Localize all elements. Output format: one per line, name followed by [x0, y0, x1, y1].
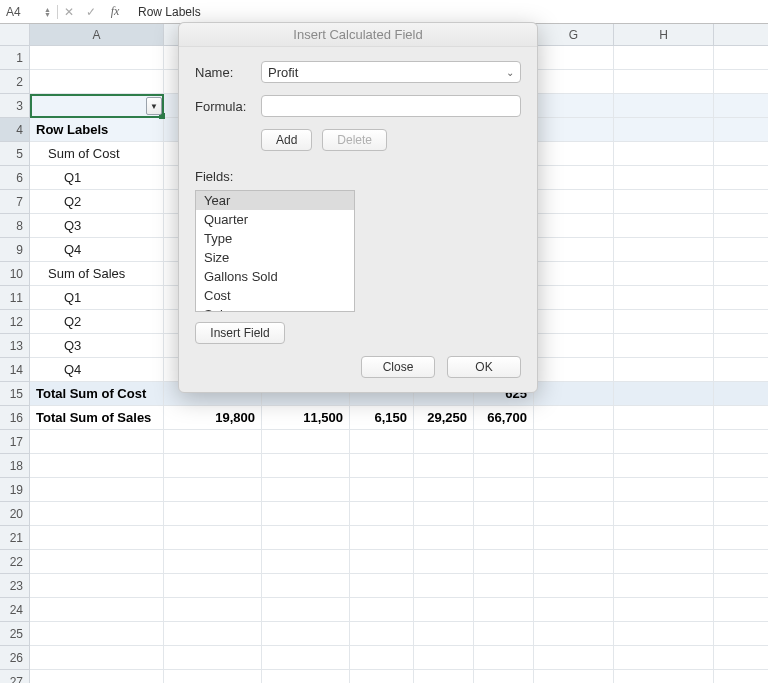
cell-H2[interactable] [614, 70, 714, 94]
cell-3[interactable] [714, 94, 768, 118]
cell-16[interactable] [714, 406, 768, 430]
cell-G11[interactable] [534, 286, 614, 310]
row-header-18[interactable]: 18 [0, 454, 30, 478]
cell-G21[interactable] [534, 526, 614, 550]
add-button[interactable]: Add [261, 129, 312, 151]
insert-field-button[interactable]: Insert Field [195, 322, 285, 344]
cell-6[interactable] [714, 166, 768, 190]
cell-A8[interactable]: Q3 [30, 214, 164, 238]
cell-G20[interactable] [534, 502, 614, 526]
cell-22[interactable] [714, 550, 768, 574]
cell-G7[interactable] [534, 190, 614, 214]
cell-H1[interactable] [614, 46, 714, 70]
cell-A24[interactable] [30, 598, 164, 622]
row-header-26[interactable]: 26 [0, 646, 30, 670]
cell-G5[interactable] [534, 142, 614, 166]
cell-G13[interactable] [534, 334, 614, 358]
row-header-10[interactable]: 10 [0, 262, 30, 286]
cell-G8[interactable] [534, 214, 614, 238]
cell-15[interactable] [714, 382, 768, 406]
cell-H15[interactable] [614, 382, 714, 406]
cell-25[interactable] [714, 622, 768, 646]
cell-B20[interactable] [164, 502, 262, 526]
column-header-G[interactable]: G [534, 24, 614, 46]
cell-B17[interactable] [164, 430, 262, 454]
cell-E19[interactable] [414, 478, 474, 502]
cell-B21[interactable] [164, 526, 262, 550]
row-header-11[interactable]: 11 [0, 286, 30, 310]
cell-G19[interactable] [534, 478, 614, 502]
cell-G26[interactable] [534, 646, 614, 670]
row-header-5[interactable]: 5 [0, 142, 30, 166]
row-header-27[interactable]: 27 [0, 670, 30, 683]
cell-C27[interactable] [262, 670, 350, 683]
cell-E27[interactable] [414, 670, 474, 683]
select-all-corner[interactable] [0, 24, 30, 46]
row-header-17[interactable]: 17 [0, 430, 30, 454]
cell-C17[interactable] [262, 430, 350, 454]
column-header-extra[interactable] [714, 24, 768, 46]
cell-G2[interactable] [534, 70, 614, 94]
cell-G4[interactable] [534, 118, 614, 142]
row-header-6[interactable]: 6 [0, 166, 30, 190]
cell-12[interactable] [714, 310, 768, 334]
row-header-24[interactable]: 24 [0, 598, 30, 622]
cell-H22[interactable] [614, 550, 714, 574]
row-header-23[interactable]: 23 [0, 574, 30, 598]
cell-8[interactable] [714, 214, 768, 238]
row-header-21[interactable]: 21 [0, 526, 30, 550]
cell-A19[interactable] [30, 478, 164, 502]
cell-H26[interactable] [614, 646, 714, 670]
cell-23[interactable] [714, 574, 768, 598]
cell-H11[interactable] [614, 286, 714, 310]
cell-F22[interactable] [474, 550, 534, 574]
row-header-7[interactable]: 7 [0, 190, 30, 214]
cell-F16[interactable]: 66,700 [474, 406, 534, 430]
cell-A5[interactable]: Sum of Cost [30, 142, 164, 166]
cell-E26[interactable] [414, 646, 474, 670]
cell-21[interactable] [714, 526, 768, 550]
cell-A15[interactable]: Total Sum of Cost [30, 382, 164, 406]
cell-A21[interactable] [30, 526, 164, 550]
cell-D22[interactable] [350, 550, 414, 574]
cell-E18[interactable] [414, 454, 474, 478]
row-header-13[interactable]: 13 [0, 334, 30, 358]
row-header-8[interactable]: 8 [0, 214, 30, 238]
cell-C22[interactable] [262, 550, 350, 574]
cell-19[interactable] [714, 478, 768, 502]
row-header-3[interactable]: 3 [0, 94, 30, 118]
cell-24[interactable] [714, 598, 768, 622]
fields-item-type[interactable]: Type [196, 229, 354, 248]
cell-A6[interactable]: Q1 [30, 166, 164, 190]
cell-E17[interactable] [414, 430, 474, 454]
cell-A23[interactable] [30, 574, 164, 598]
cell-G23[interactable] [534, 574, 614, 598]
cell-5[interactable] [714, 142, 768, 166]
cell-A20[interactable] [30, 502, 164, 526]
row-header-12[interactable]: 12 [0, 310, 30, 334]
cell-A14[interactable]: Q4 [30, 358, 164, 382]
cell-H10[interactable] [614, 262, 714, 286]
cell-D24[interactable] [350, 598, 414, 622]
fields-item-sales[interactable]: Sales [196, 305, 354, 312]
cell-G10[interactable] [534, 262, 614, 286]
filter-dropdown-button[interactable]: ▼ [146, 97, 162, 115]
cell-H3[interactable] [614, 94, 714, 118]
cell-G14[interactable] [534, 358, 614, 382]
cell-F25[interactable] [474, 622, 534, 646]
row-header-1[interactable]: 1 [0, 46, 30, 70]
cell-A7[interactable]: Q2 [30, 190, 164, 214]
cell-C23[interactable] [262, 574, 350, 598]
cell-C21[interactable] [262, 526, 350, 550]
row-header-16[interactable]: 16 [0, 406, 30, 430]
fields-item-size[interactable]: Size [196, 248, 354, 267]
cell-A17[interactable] [30, 430, 164, 454]
cell-H6[interactable] [614, 166, 714, 190]
cell-A2[interactable] [30, 70, 164, 94]
cell-13[interactable] [714, 334, 768, 358]
cell-4[interactable] [714, 118, 768, 142]
row-header-9[interactable]: 9 [0, 238, 30, 262]
cell-G12[interactable] [534, 310, 614, 334]
cell-26[interactable] [714, 646, 768, 670]
cell-11[interactable] [714, 286, 768, 310]
